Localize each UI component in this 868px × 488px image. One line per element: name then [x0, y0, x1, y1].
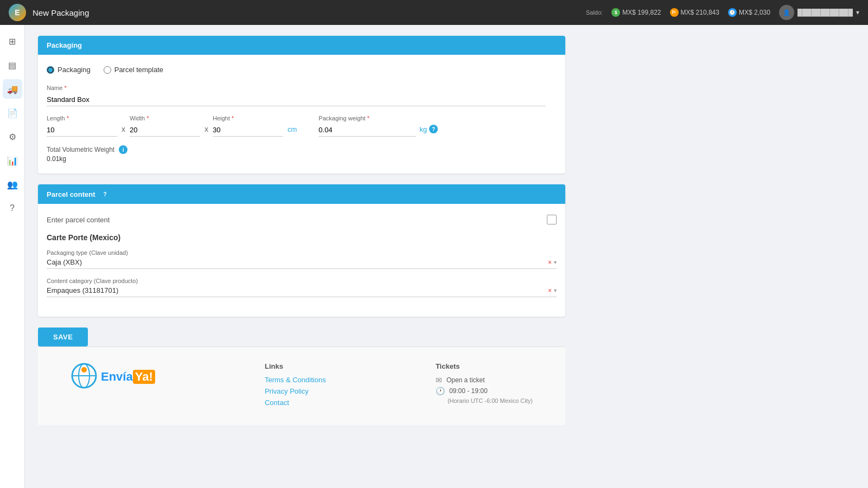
packaging-section: Packaging Packaging Parcel template — [38, 36, 565, 174]
app-logo: E — [9, 4, 26, 21]
radio-parcel-template-text: Parcel template — [114, 66, 163, 74]
packaging-type-value: Caja (XBX) — [47, 258, 548, 266]
length-input[interactable] — [47, 124, 117, 137]
enter-parcel-label: Enter parcel content — [47, 216, 110, 224]
footer-tickets: Tickets ✉ Open a ticket 🕐 09:00 - 19:00 … — [436, 362, 533, 404]
footer-link-terms[interactable]: Terms & Conditions — [265, 376, 326, 384]
sidebar-item-dashboard[interactable]: ⊞ — [3, 31, 22, 51]
enter-parcel-checkbox[interactable] — [547, 215, 557, 224]
balance-mxn: $ MX$ 199,822 — [611, 8, 661, 17]
weight-field: Packaging weight * — [318, 115, 416, 137]
sidebar-item-users[interactable]: 👥 — [3, 175, 22, 194]
page-title: New Packaging — [33, 8, 89, 17]
width-input[interactable] — [130, 124, 200, 137]
content-category-value: Empaques (31181701) — [47, 286, 548, 294]
content-category-select-row[interactable]: Empaques (31181701) × ▾ — [47, 286, 557, 297]
weight-help-icon[interactable]: ? — [429, 125, 438, 133]
radio-parcel-template-label[interactable]: Parcel template — [104, 66, 163, 74]
footer-hours-row: 🕐 09:00 - 19:00 — [436, 387, 533, 395]
packaging-type-radio-group: Packaging Parcel template — [47, 66, 557, 74]
height-input[interactable] — [213, 124, 283, 137]
name-label: Name * — [47, 85, 546, 91]
footer-link-contact[interactable]: Contact — [265, 399, 326, 407]
balance-flag: 🏳 MX$ 210,843 — [670, 8, 719, 17]
sidebar-item-documents[interactable]: 📄 — [3, 103, 22, 123]
sidebar-item-reports[interactable]: 📊 — [3, 151, 22, 170]
length-label: Length * — [47, 115, 117, 121]
unit-cm[interactable]: cm — [288, 125, 297, 137]
parcel-content-header: Parcel content ? — [38, 184, 565, 204]
content-category-label: Content category (Clave producto) — [47, 278, 557, 284]
radio-packaging-label[interactable]: Packaging — [47, 66, 91, 74]
packaging-type-clear-icon[interactable]: × — [548, 259, 552, 266]
volumetric-section: Total Volumetric Weight i 0.01kg — [47, 145, 557, 163]
user-name: ████████████ — [797, 9, 853, 16]
content-category-dropdown-icon[interactable]: ▾ — [554, 287, 557, 293]
sidebar: ⊞ ▤ 🚚 📄 ⚙ 📊 👥 ? — [0, 25, 25, 488]
footer-tickets-title: Tickets — [436, 362, 533, 370]
parcel-content-body: Enter parcel content Carte Porte (Mexico… — [38, 204, 565, 317]
enviaya-brand: Envía Ya! — [71, 362, 155, 391]
content-category-clear-icon[interactable]: × — [548, 287, 552, 294]
volumetric-value: 0.01kg — [47, 155, 557, 163]
packaging-type-dropdown-icon[interactable]: ▾ — [554, 259, 557, 265]
parcel-content-help-icon[interactable]: ? — [101, 190, 110, 198]
width-label: Width * — [130, 115, 200, 121]
volumetric-help-icon[interactable]: i — [119, 145, 127, 154]
sidebar-item-orders[interactable]: ▤ — [3, 55, 22, 75]
name-row: Name * — [47, 85, 557, 106]
balance1-value: MX$ 199,822 — [622, 9, 661, 16]
navbar: E New Packaging Saldo: $ MX$ 199,822 🏳 M… — [0, 0, 868, 25]
dim-sep-1: x — [122, 125, 125, 137]
height-label: Height * — [213, 115, 283, 121]
radio-packaging[interactable] — [47, 66, 54, 74]
unit-kg[interactable]: kg — [419, 125, 427, 137]
sidebar-item-shipping[interactable]: 🚚 — [3, 79, 22, 99]
packaging-header: Packaging — [38, 36, 565, 55]
sidebar-item-settings[interactable]: ⚙ — [3, 127, 22, 146]
radio-parcel-template[interactable] — [104, 66, 111, 74]
footer-logo-ya: Ya! — [133, 370, 155, 384]
packaging-type-select: Packaging type (Clave unidad) Caja (XBX)… — [47, 249, 557, 269]
name-input[interactable] — [47, 93, 546, 106]
envelope-icon: ✉ — [436, 376, 442, 384]
user-menu[interactable]: 👤 ████████████ ▾ — [779, 5, 859, 20]
saldo-label: Saldo: — [586, 9, 603, 16]
radio-packaging-text: Packaging — [58, 66, 91, 74]
name-field: Name * — [47, 85, 546, 106]
weight-input[interactable] — [318, 124, 416, 137]
footer-hours-text: 09:00 - 19:00 — [449, 387, 488, 395]
volumetric-label-row: Total Volumetric Weight i — [47, 145, 557, 154]
svg-point-2 — [81, 367, 87, 373]
sidebar-item-help[interactable]: ? — [3, 198, 22, 218]
navbar-right: Saldo: $ MX$ 199,822 🏳 MX$ 210,843 🕐 MX$… — [586, 5, 859, 20]
parcel-content-header-label: Parcel content — [47, 190, 95, 198]
content-category-select: Content category (Clave producto) Empaqu… — [47, 278, 557, 297]
name-required: * — [64, 85, 66, 91]
height-field: Height * — [213, 115, 283, 137]
balance2-value: MX$ 210,843 — [681, 9, 719, 16]
length-field: Length * — [47, 115, 117, 137]
footer-open-ticket-row: ✉ Open a ticket — [436, 376, 533, 384]
packaging-type-select-row[interactable]: Caja (XBX) × ▾ — [47, 258, 557, 269]
clock-icon: 🕐 — [436, 387, 445, 395]
footer-link-privacy[interactable]: Privacy Policy — [265, 387, 326, 395]
dim-sep-2: x — [205, 125, 208, 137]
footer-open-ticket-text[interactable]: Open a ticket — [446, 376, 485, 384]
footer-logo-envia: Envía — [101, 370, 133, 384]
enviaya-logo-svg — [71, 362, 98, 389]
packaging-body: Packaging Parcel template Name * — [38, 55, 565, 174]
footer-links-title: Links — [265, 362, 326, 370]
footer: Envía Ya! Links Terms & Conditions Priva… — [38, 346, 565, 425]
balance3-value: MX$ 2,030 — [739, 9, 770, 16]
width-field: Width * — [130, 115, 200, 137]
balance-blue-icon: 🕐 — [728, 8, 737, 17]
dimensions-row: Length * x Width * x — [47, 115, 557, 137]
save-button[interactable]: SAVE — [38, 328, 88, 346]
balance-orange-icon: 🏳 — [670, 8, 679, 17]
parcel-content-section: Parcel content ? Enter parcel content Ca… — [38, 184, 565, 317]
user-dropdown-icon: ▾ — [856, 9, 859, 16]
carte-porte-title: Carte Porte (Mexico) — [47, 233, 557, 242]
footer-links: Links Terms & Conditions Privacy Policy … — [265, 362, 326, 410]
main-layout: ⊞ ▤ 🚚 📄 ⚙ 📊 👥 ? Packaging Packaging — [0, 25, 868, 488]
